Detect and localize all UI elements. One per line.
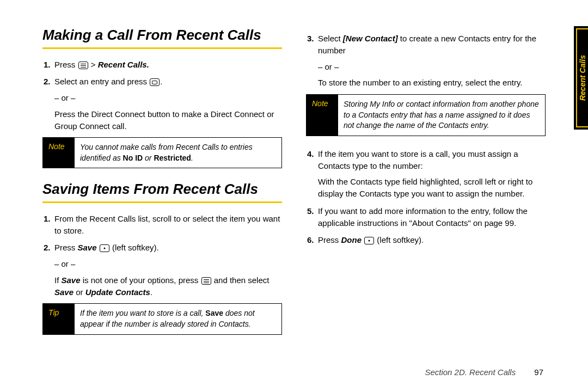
side-tab: Recent Calls (574, 26, 588, 130)
tip-body: If the item you want to store is a call,… (75, 304, 281, 334)
save-step-4: 4. If the item you want to store is a ca… (306, 148, 546, 200)
page-footer: Section 2D. Recent Calls 97 (425, 367, 543, 377)
heading-rule-2 (42, 201, 282, 203)
note-body: You cannot make calls from Recent Calls … (75, 138, 281, 168)
heading-making-call: Making a Call From Recent Calls (42, 26, 282, 44)
side-tab-label: Recent Calls (578, 55, 587, 101)
page-body: Making a Call From Recent Calls 1. Press… (0, 0, 588, 392)
note-tag-2: Note (307, 95, 338, 136)
left-column: Making a Call From Recent Calls 1. Press… (42, 26, 282, 376)
menu-icon (201, 277, 211, 285)
save-step-2: 2. Press Save (left softkey). – or – If … (42, 242, 282, 298)
right-column: 3. Select [New Contact] to create a new … (306, 26, 546, 376)
steps-right: 3. Select [New Contact] to create a new … (306, 33, 546, 89)
footer-section: Section 2D. Recent Calls (425, 367, 516, 377)
step-1: 1. Press > Recent Calls. (42, 59, 282, 71)
heading-rule (42, 47, 282, 49)
save-step-1: 1. From the Recent Calls list, scroll to… (42, 213, 282, 237)
softkey-icon (100, 244, 109, 252)
note-tag: Note (43, 138, 75, 168)
save-step-6: 6. Press Done (left softkey). (306, 234, 546, 246)
note-body-2: Storing My Info or contact information f… (338, 95, 545, 136)
step-2: 2. Select an entry and press . – or – Pr… (42, 76, 282, 132)
note-box-1: Note You cannot make calls from Recent C… (42, 137, 282, 168)
save-step-3: 3. Select [New Contact] to create a new … (306, 33, 546, 89)
heading-saving-items: Saving Items From Recent Calls (42, 180, 282, 198)
tip-box: Tip If the item you want to store is a c… (42, 303, 282, 334)
save-step-5: 5. If you want to add more information t… (306, 205, 546, 229)
steps-making-call: 1. Press > Recent Calls. 2. Select an en… (42, 59, 282, 132)
softkey-icon (364, 237, 374, 244)
page-number: 97 (534, 367, 543, 377)
tip-tag: Tip (43, 304, 75, 334)
steps-saving-items: 1. From the Recent Calls list, scroll to… (42, 213, 282, 298)
note-box-2: Note Storing My Info or contact informat… (306, 94, 546, 136)
menu-icon (78, 62, 88, 69)
talk-icon (150, 78, 160, 86)
steps-right-cont: 4. If the item you want to store is a ca… (306, 148, 546, 246)
